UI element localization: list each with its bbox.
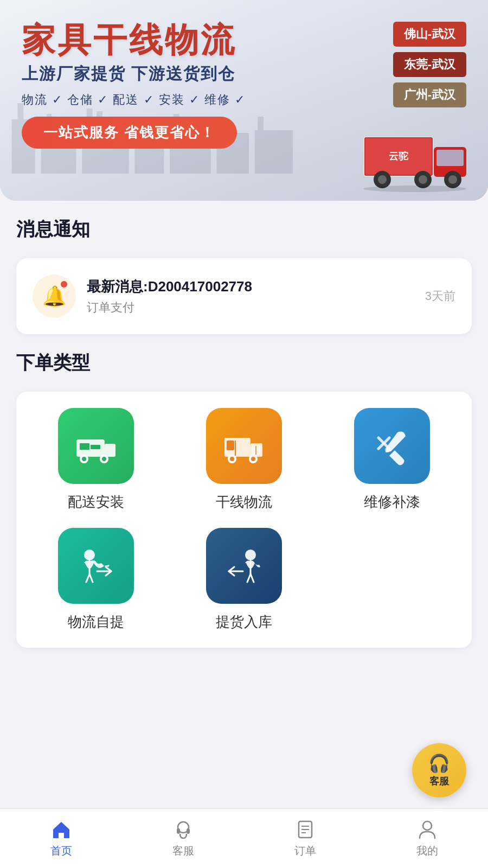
bottom-navigation: 首页 客服 订单 我的 [0, 808, 488, 868]
svg-point-23 [419, 175, 427, 184]
nav-order-label: 订单 [294, 844, 316, 858]
svg-point-40 [251, 457, 255, 461]
notification-content: 最新消息:D200417002778 订单支付 [87, 277, 414, 316]
pickup-icon-wrap [58, 528, 134, 604]
notification-title: 消息通知 [16, 217, 472, 242]
order-item-inbound[interactable]: 提货入库 [175, 528, 312, 631]
banner-cta[interactable]: 一站式服务 省钱更省心！ [22, 117, 237, 149]
order-item-delivery[interactable]: 配送安装 [27, 408, 164, 512]
svg-rect-60 [187, 828, 190, 834]
notification-dot [61, 281, 67, 288]
svg-rect-59 [177, 828, 180, 834]
nav-home-label: 首页 [50, 844, 72, 858]
home-icon [50, 819, 72, 840]
nav-customer-service[interactable]: 客服 [122, 819, 244, 858]
svg-rect-28 [105, 444, 115, 457]
banner-routes: 佛山-武汉 东莞-武汉 广州-武汉 [393, 22, 466, 107]
svg-line-51 [89, 574, 93, 582]
svg-rect-34 [91, 445, 100, 449]
order-item-trunk[interactable]: 干线物流 [175, 408, 312, 512]
order-item-pickup[interactable]: 物流自提 [27, 528, 164, 631]
delivery-icon-wrap [58, 408, 134, 484]
nav-profile[interactable]: 我的 [366, 819, 488, 858]
order-types-section: 下单类型 [0, 334, 488, 392]
route-badge-3[interactable]: 广州-武汉 [393, 82, 466, 107]
svg-point-65 [423, 821, 432, 830]
svg-point-48 [84, 550, 95, 560]
svg-point-30 [82, 457, 86, 461]
notification-order-id: 最新消息:D200417002778 [87, 277, 414, 296]
nav-headset-icon [172, 819, 194, 840]
truck-illustration: 云驼 [358, 123, 472, 195]
svg-rect-41 [227, 441, 234, 450]
inbound-icon [222, 544, 266, 588]
nav-home[interactable]: 首页 [0, 819, 122, 858]
svg-rect-33 [80, 443, 89, 450]
delivery-icon [74, 424, 118, 468]
trunk-icon-wrap [206, 408, 282, 484]
svg-point-21 [378, 175, 387, 184]
headset-icon: 🎧 [428, 753, 450, 774]
customer-service-button[interactable]: 🎧 客服 [412, 743, 466, 797]
inbound-icon-wrap [206, 528, 282, 604]
svg-line-50 [86, 574, 89, 582]
svg-rect-19 [436, 150, 464, 166]
inbound-label: 提货入库 [216, 612, 272, 631]
notification-icon-wrap: 🔔 [33, 275, 76, 318]
pickup-icon [74, 544, 118, 588]
repair-icon [370, 424, 414, 468]
nav-order[interactable]: 订单 [244, 819, 366, 858]
svg-point-32 [102, 457, 106, 461]
order-item-repair[interactable]: 维修补漆 [324, 408, 461, 512]
nav-profile-icon [416, 819, 438, 840]
svg-point-25 [448, 175, 457, 184]
notification-sub: 订单支付 [87, 299, 414, 316]
repair-icon-wrap [354, 408, 430, 484]
order-grid: 配送安装 干线物流 [27, 408, 461, 631]
banner: 家具干线物流 上游厂家提货 下游送货到仓 物流 ✓ 仓储 ✓ 配送 ✓ 安装 ✓… [0, 0, 488, 201]
svg-point-53 [245, 550, 256, 560]
svg-text:云驼: 云驼 [389, 151, 409, 162]
route-badge-1[interactable]: 佛山-武汉 [393, 22, 466, 47]
route-badge-2[interactable]: 东莞-武汉 [393, 52, 466, 77]
nav-order-icon [294, 819, 316, 840]
notification-section: 消息通知 [0, 201, 488, 258]
delivery-label: 配送安装 [68, 493, 124, 512]
notification-card[interactable]: 🔔 最新消息:D200417002778 订单支付 3天前 [16, 258, 472, 334]
trunk-icon [222, 424, 266, 468]
trunk-label: 干线物流 [216, 493, 272, 512]
order-types-card: 配送安装 干线物流 [16, 392, 472, 648]
nav-profile-label: 我的 [416, 844, 438, 858]
repair-label: 维修补漆 [364, 493, 420, 512]
svg-point-38 [230, 457, 234, 461]
svg-line-56 [251, 574, 254, 582]
nav-cs-label: 客服 [172, 844, 194, 858]
bell-icon: 🔔 [42, 285, 67, 308]
cs-label: 客服 [429, 775, 449, 788]
svg-point-26 [363, 186, 466, 192]
notification-time: 3天前 [425, 288, 455, 304]
svg-line-55 [247, 574, 251, 582]
order-types-title: 下单类型 [16, 350, 472, 375]
pickup-label: 物流自提 [68, 612, 124, 631]
